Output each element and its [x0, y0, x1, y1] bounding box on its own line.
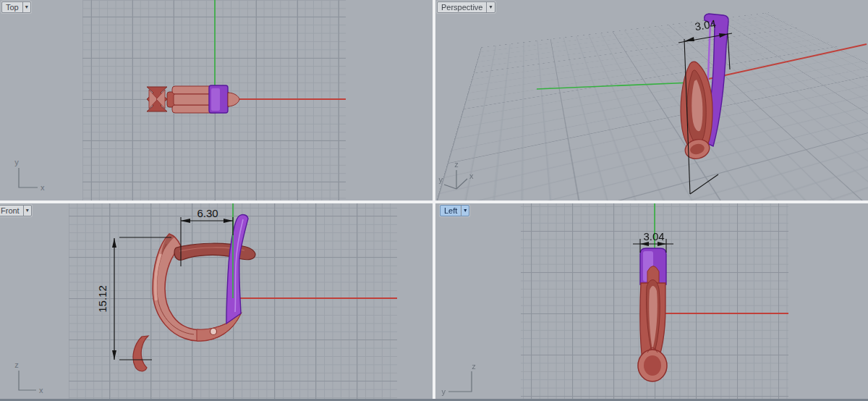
axis-indicator-front: z x [14, 360, 43, 394]
viewport-title: Front [0, 206, 23, 216]
perspective-view-canvas: 3.04 z x y [435, 0, 868, 200]
earring-model-left-view [638, 248, 667, 381]
viewport-menu-icon[interactable]: ▾ [461, 206, 469, 216]
top-view-canvas: y x [0, 0, 433, 200]
viewport-menu-icon[interactable]: ▾ [22, 2, 30, 12]
earring-hole [210, 329, 217, 335]
dimension-width-value: 6.30 [197, 207, 218, 219]
viewport-title: Top [2, 2, 22, 12]
viewport-divider-vertical[interactable] [433, 0, 435, 399]
earring-model-front-view [133, 215, 255, 371]
axis-label-z: z [14, 360, 19, 369]
axis-indicator-left: z y [442, 362, 476, 396]
axis-label-y: y [14, 158, 19, 166]
viewport-title: Left [441, 206, 461, 216]
viewport-title-tab-left[interactable]: Left ▾ [440, 205, 469, 216]
viewport-title: Perspective [438, 2, 486, 12]
axis-label-z: z [454, 160, 459, 169]
axis-indicator-perspective: z x y [439, 160, 475, 189]
cad-four-viewport-workspace: y x Top ▾ [0, 0, 868, 401]
dimension-height-value: 15.12 [96, 285, 109, 313]
viewport-perspective[interactable]: 3.04 z x y Perspective ▾ [435, 0, 868, 200]
viewport-front[interactable]: 6.30 15.12 z x Front ▾ [0, 203, 433, 401]
viewport-top[interactable]: y x Top ▾ [0, 0, 433, 200]
axis-label-x: x [41, 183, 45, 192]
dimension-width-value: 3.04 [694, 17, 717, 33]
dimension-width-value: 3.04 [643, 230, 664, 242]
axis-label-y: y [442, 387, 446, 396]
left-view-canvas: 3.04 z y [435, 203, 868, 401]
viewport-menu-icon[interactable]: ▾ [23, 206, 31, 216]
y-axis-line [537, 83, 692, 89]
axis-label-y: y [439, 175, 443, 184]
viewport-title-tab-perspective[interactable]: Perspective ▾ [437, 1, 495, 13]
viewport-divider-horizontal[interactable] [0, 200, 868, 203]
earring-model-top-view [147, 85, 239, 113]
axis-indicator-top: y x [14, 158, 45, 192]
front-view-canvas: 6.30 15.12 z x [0, 203, 433, 401]
viewport-title-tab-top[interactable]: Top ▾ [1, 1, 31, 13]
axis-label-x: x [39, 386, 43, 394]
viewport-title-tab-front[interactable]: Front ▾ [0, 205, 32, 216]
axis-label-z: z [472, 362, 476, 371]
viewport-left[interactable]: 3.04 z y Left ▾ [435, 203, 868, 401]
viewport-menu-icon[interactable]: ▾ [486, 2, 494, 12]
axis-label-x: x [469, 172, 474, 180]
